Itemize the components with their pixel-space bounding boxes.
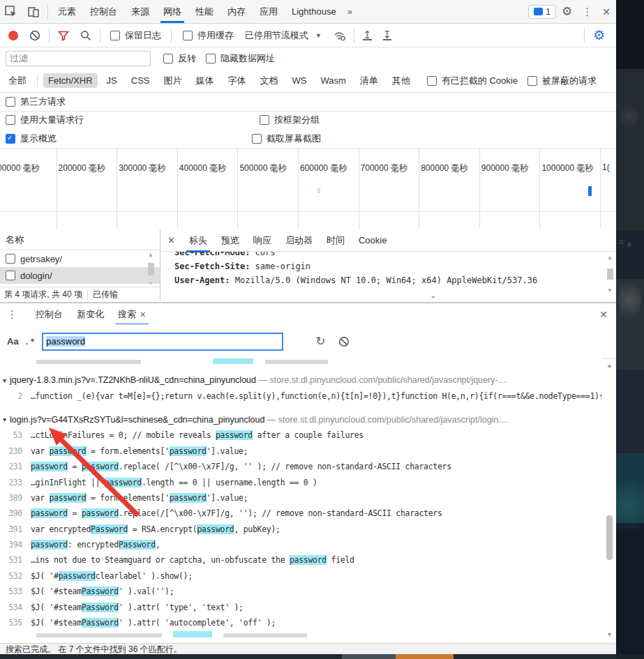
- details-horizontal-scrollbar[interactable]: ◂ ▸: [431, 293, 616, 301]
- type-chip-WS[interactable]: WS: [287, 73, 311, 88]
- result-match-row[interactable]: 53…ctLoginFailures = 0; // mobile reveal…: [0, 427, 601, 443]
- match-case-toggle[interactable]: Aa: [7, 336, 19, 347]
- type-chip-全部[interactable]: 全部: [3, 73, 31, 89]
- type-chip-文档[interactable]: 文档: [255, 73, 283, 89]
- request-row[interactable]: dologin/: [0, 267, 160, 284]
- tab-元素[interactable]: 元素: [51, 1, 83, 23]
- show-overview-checkbox[interactable]: 显示概览: [6, 132, 57, 145]
- type-chip-CSS[interactable]: CSS: [126, 73, 155, 88]
- result-match-row[interactable]: 233…ginInFlight || password.length == 0 …: [0, 474, 601, 490]
- result-match-row[interactable]: 391var encryptedPassword = RSA.encrypt(p…: [0, 522, 601, 537]
- type-chip-Wasm[interactable]: Wasm: [315, 73, 350, 88]
- type-chip-JS[interactable]: JS: [102, 73, 122, 88]
- refresh-search-icon[interactable]: ↻: [315, 334, 325, 349]
- details-tab-时间[interactable]: 时间: [320, 229, 352, 252]
- settings-gear-icon[interactable]: ⚙: [556, 4, 578, 19]
- preserve-log-checkbox[interactable]: 保留日志: [110, 29, 161, 42]
- blocked-cookies-checkbox[interactable]: 有已拦截的 Cookie: [427, 75, 518, 87]
- close-drawer-icon[interactable]: ✕: [591, 309, 616, 320]
- more-options-kebab-icon[interactable]: ⋮: [578, 6, 597, 18]
- details-tab-响应[interactable]: 响应: [246, 229, 278, 252]
- search-network-icon[interactable]: [80, 29, 92, 42]
- close-tab-icon[interactable]: ✕: [140, 310, 146, 319]
- scroll-up-icon[interactable]: ▲: [606, 362, 613, 369]
- result-match-row[interactable]: 531…ins not due to Steamguard or captcha…: [0, 552, 601, 568]
- scroll-up-icon[interactable]: ▲: [148, 252, 153, 258]
- search-input[interactable]: password: [42, 333, 283, 351]
- scroll-up-icon[interactable]: ▲: [607, 255, 613, 261]
- details-vertical-scrollbar[interactable]: ▲ ▼: [605, 255, 615, 294]
- disable-cache-checkbox[interactable]: 停用缓存: [183, 29, 234, 42]
- type-chip-媒体[interactable]: 媒体: [190, 73, 218, 89]
- scroll-thumb[interactable]: [606, 515, 613, 560]
- results-scrollbar[interactable]: ▲ ▼: [604, 361, 615, 639]
- drawer-menu-kebab-icon[interactable]: ⋮: [3, 308, 22, 321]
- network-overview-timeline[interactable]: 00000 毫秒200000 毫秒300000 毫秒400000 毫秒50000…: [0, 148, 616, 231]
- requests-name-header[interactable]: 名称: [0, 229, 160, 250]
- filter-funnel-icon[interactable]: [57, 29, 70, 42]
- regex-toggle[interactable]: .*: [24, 336, 36, 347]
- taskbar-item-active[interactable]: [396, 654, 454, 659]
- scroll-down-icon[interactable]: ▼: [606, 631, 613, 638]
- drawer-tab-新变化[interactable]: 新变化: [70, 303, 111, 326]
- record-network-log-icon[interactable]: [8, 31, 18, 40]
- tab-控制台[interactable]: 控制台: [83, 1, 124, 23]
- disclosure-triangle-icon[interactable]: ▾: [3, 416, 6, 423]
- type-chip-图片[interactable]: 图片: [158, 73, 186, 89]
- drawer-tab-控制台[interactable]: 控制台: [29, 303, 70, 326]
- type-chip-Fetch/XHR[interactable]: Fetch/XHR: [43, 73, 98, 88]
- details-tab-Cookie[interactable]: Cookie: [352, 229, 394, 252]
- group-by-frame-checkbox[interactable]: 按框架分组: [260, 114, 320, 126]
- hide-data-urls-checkbox[interactable]: 隐藏数据网址: [206, 52, 275, 65]
- invert-filter-checkbox[interactable]: 反转: [163, 52, 196, 65]
- result-match-row[interactable]: 535$J( '#steamPassword' ).attr( 'autocom…: [0, 615, 601, 630]
- tab-来源[interactable]: 来源: [124, 1, 156, 23]
- taskbar-item[interactable]: [342, 654, 396, 659]
- result-match-row[interactable]: 533$J( '#steamPassword' ).val('');: [0, 584, 601, 599]
- throttling-select[interactable]: 已停用节流模式: [245, 29, 308, 42]
- result-match-row[interactable]: 394password: encryptedPassword,: [0, 537, 601, 552]
- checkbox[interactable]: [6, 271, 15, 280]
- checkbox[interactable]: [6, 254, 15, 264]
- result-file-row[interactable]: ▾login.js?v=G44TXsRzSYTu&l=schinese&_cdn…: [0, 412, 601, 427]
- requests-scrollbar[interactable]: ▲ ▼: [146, 252, 156, 287]
- inspect-element-icon[interactable]: [4, 5, 18, 19]
- result-file-row[interactable]: ▾jquery-1.8.3.min.js?v=.TZ2NKhB-nliU&_cd…: [0, 372, 601, 388]
- tab-内存[interactable]: 内存: [220, 1, 253, 23]
- result-match-row[interactable]: 230var password = form.elements['passwor…: [0, 444, 601, 459]
- type-chip-其他[interactable]: 其他: [387, 73, 415, 89]
- scroll-thumb[interactable]: [607, 268, 613, 280]
- request-row[interactable]: getrsakey/: [0, 250, 160, 267]
- tab-Lighthouse[interactable]: Lighthouse: [285, 1, 343, 23]
- result-match-row[interactable]: 389var password = form.elements['passwor…: [0, 490, 601, 506]
- drawer-tab-搜索[interactable]: 搜索✕: [111, 303, 153, 326]
- result-match-row[interactable]: 534$J( '#steamPassword' ).attr( 'type', …: [0, 599, 601, 614]
- big-request-rows-checkbox[interactable]: 使用大量请求行: [6, 114, 84, 126]
- device-toolbar-icon[interactable]: [27, 5, 40, 19]
- tab-应用[interactable]: 应用: [253, 1, 285, 23]
- export-har-icon[interactable]: ↧: [383, 30, 392, 40]
- result-match-row[interactable]: 532$J( '#passwordclearlabel' ).show();: [0, 568, 601, 584]
- type-chip-字体[interactable]: 字体: [223, 73, 250, 89]
- filter-input[interactable]: [6, 51, 151, 66]
- third-party-checkbox[interactable]: 第三方请求: [6, 96, 66, 108]
- result-match-row[interactable]: 390password = password.replace(/[^\x00-\…: [0, 506, 601, 521]
- clear-search-icon[interactable]: [338, 336, 350, 347]
- details-tab-启动器[interactable]: 启动器: [278, 229, 320, 252]
- result-match-row[interactable]: 231password = password.replace( /[^\x00-…: [0, 459, 601, 474]
- capture-screenshots-checkbox[interactable]: 截取屏幕截图: [252, 132, 321, 145]
- issues-badge[interactable]: 1: [528, 5, 556, 19]
- type-chip-清单[interactable]: 清单: [355, 73, 383, 89]
- network-settings-gear-icon[interactable]: ⚙: [587, 27, 611, 43]
- tab-网络[interactable]: 网络: [156, 1, 188, 23]
- blocked-requests-checkbox[interactable]: 被屏蔽的请求: [527, 75, 597, 87]
- details-tab-标头[interactable]: 标头: [182, 229, 214, 252]
- disclosure-triangle-icon[interactable]: ▾: [3, 377, 6, 384]
- tab-性能[interactable]: 性能: [188, 1, 220, 23]
- close-devtools-icon[interactable]: ✕: [597, 6, 616, 17]
- import-har-icon[interactable]: ↥: [363, 30, 372, 40]
- close-details-icon[interactable]: ✕: [160, 235, 182, 245]
- scroll-thumb[interactable]: [148, 263, 154, 275]
- scroll-down-icon[interactable]: ▼: [148, 280, 153, 287]
- network-conditions-icon[interactable]: [334, 29, 346, 42]
